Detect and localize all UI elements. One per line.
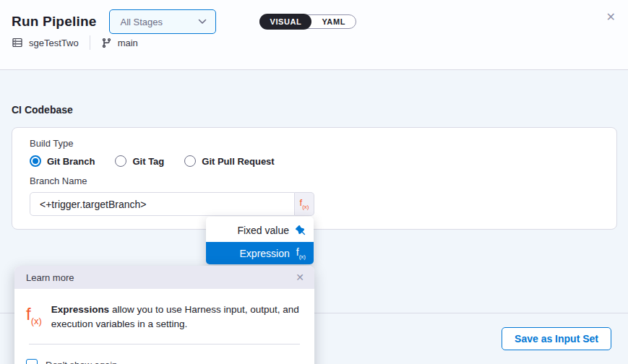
dont-show-again-checkbox[interactable] [26,359,38,364]
repository-icon [12,37,23,48]
branch-name-input[interactable] [30,192,295,216]
visual-yaml-toggle: VISUAL YAML [259,14,356,29]
pin-icon [296,225,306,235]
menu-item-label: Expression [240,248,290,259]
run-pipeline-header: Run Pipeline All Stages VISUAL YAML ✕ sg… [0,0,628,70]
learn-more-popover: Learn more ✕ f(x) Expressions allow you … [14,266,314,364]
tab-visual[interactable]: VISUAL [259,14,311,30]
expression-info-row: f(x) Expressions allow you to use Harnes… [26,303,303,332]
radio-label: Git Tag [132,156,164,167]
popover-divider [29,344,300,344]
fx-icon: f(x) [26,306,42,326]
run-pipeline-body: CI Codebase Build Type Git Branch Git Ta… [0,70,628,364]
dont-show-again-row: Don't show again [26,359,303,364]
fx-icon: f(x) [296,247,306,260]
save-as-input-set-button[interactable]: Save as Input Set [502,327,611,350]
branch-name-label: Branch Name [30,176,599,186]
build-type-label: Build Type [30,138,599,149]
stage-select[interactable]: All Stages [109,9,216,34]
vertical-divider [90,35,90,50]
chevron-down-icon [198,19,207,25]
radio-label: Git Pull Request [202,156,274,167]
ci-codebase-card: Build Type Git Branch Git Tag Git Pull R… [12,127,617,230]
dont-show-again-label: Don't show again [46,360,117,364]
git-branch-icon [101,38,112,48]
menu-item-fixed-value[interactable]: Fixed value [206,219,314,242]
branch-name-input-group: f(x) [30,192,314,216]
radio-button-icon [184,155,196,167]
expression-description: Expressions allow you to use Harness inp… [51,303,303,332]
tab-yaml[interactable]: YAML [311,14,356,29]
radio-git-pull-request[interactable]: Git Pull Request [184,155,274,167]
stage-select-value: All Stages [120,17,163,27]
expression-fx-button[interactable]: f(x) [295,192,314,216]
repo-name: sgeTestTwo [29,38,79,48]
branch-name: main [118,38,138,48]
menu-item-label: Fixed value [237,225,289,236]
ci-codebase-title: CI Codebase [12,104,73,116]
repo-branch-row: sgeTestTwo main [12,35,616,50]
close-icon[interactable]: ✕ [606,12,616,23]
menu-item-expression[interactable]: Expression f(x) [206,242,314,264]
header-row-top: Run Pipeline All Stages VISUAL YAML ✕ [12,0,616,34]
popover-close-icon[interactable]: ✕ [296,272,304,282]
build-type-radio-group: Git Branch Git Tag Git Pull Request [30,155,599,167]
radio-git-branch[interactable]: Git Branch [30,155,95,167]
fx-icon: f(x) [300,198,309,210]
radio-button-icon [115,155,126,167]
popover-title: Learn more [26,272,74,283]
popover-header: Learn more ✕ [14,266,314,289]
radio-git-tag[interactable]: Git Tag [115,155,164,167]
radio-button-icon [30,155,41,167]
page-title: Run Pipeline [12,14,96,30]
value-type-menu: Fixed value Expression f(x) [206,217,314,264]
popover-body: f(x) Expressions allow you to use Harnes… [14,289,314,364]
radio-label: Git Branch [47,156,95,167]
